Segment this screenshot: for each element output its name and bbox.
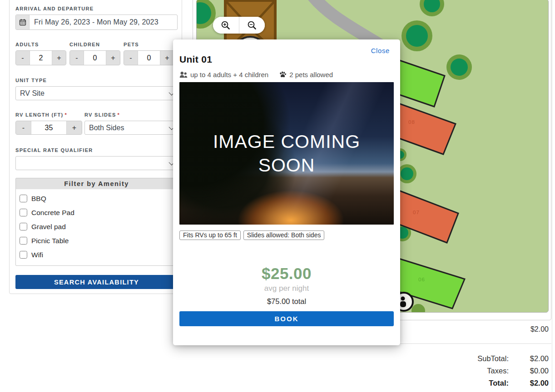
rv-slides-select[interactable]: Both Sides xyxy=(84,121,178,135)
unit-capacity-row: up to 4 adults + 4 children 2 pets allow… xyxy=(179,71,394,78)
children-stepper: - 0 + xyxy=(69,50,120,65)
map-zoom-controls xyxy=(213,17,265,34)
subtotal-label: SubTotal: xyxy=(477,354,509,363)
close-link[interactable]: Close xyxy=(368,46,392,55)
date-range-value: Fri May 26, 2023 - Mon May 29, 2023 xyxy=(30,15,159,29)
tree-icon xyxy=(411,304,425,312)
occupancy-steppers-row: ADULTS - 2 + CHILDREN - 0 + PETS - 0 + xyxy=(15,42,178,65)
adults-decrement-button[interactable]: - xyxy=(16,51,30,65)
magnifier-minus-icon xyxy=(247,20,257,30)
page-right-divider xyxy=(552,0,552,392)
rv-slides-value: Both Sides xyxy=(89,124,169,132)
children-value[interactable]: 0 xyxy=(84,51,106,65)
checkbox-unchecked-icon[interactable] xyxy=(20,251,27,259)
pets-item: 2 pets allowed xyxy=(279,71,333,78)
checkbox-unchecked-icon[interactable] xyxy=(20,237,27,245)
avg-night-price: $25.00 xyxy=(179,265,394,283)
rv-length-decrement-button[interactable]: - xyxy=(16,121,31,134)
pets-label: PETS xyxy=(124,42,174,47)
date-range-input[interactable]: Fri May 26, 2023 - Mon May 29, 2023 xyxy=(15,15,178,30)
image-coming-soon-text: IMAGE COMING SOON xyxy=(187,130,387,177)
amenity-label: Wifi xyxy=(31,251,43,259)
occupancy-text: up to 4 adults + 4 children xyxy=(190,71,268,78)
amenity-row-gravel-pad[interactable]: Gravel pad xyxy=(20,220,173,234)
subtotal-value: $2.00 xyxy=(509,354,549,363)
tree-icon xyxy=(397,164,416,183)
amenity-filter-box: Filter by Amenity BBQ Concrete Pad Grave… xyxy=(15,178,178,266)
taxes-value: $0.00 xyxy=(509,367,549,375)
adults-value[interactable]: 2 xyxy=(30,51,52,65)
children-decrement-button[interactable]: - xyxy=(70,51,84,65)
unit-detail-modal: Close Unit 01 up to 4 adults + 4 childre… xyxy=(173,39,400,345)
unit-tags-row: Fits RVs up to 65 ft Slides allowed: Bot… xyxy=(179,230,394,240)
pets-decrement-button[interactable]: - xyxy=(124,51,138,65)
special-rate-select[interactable] xyxy=(15,156,178,170)
rv-length-value[interactable]: 35 xyxy=(31,121,67,134)
zoom-in-button[interactable] xyxy=(213,17,239,34)
rv-fit-tag: Fits RVs up to 65 ft xyxy=(179,230,241,240)
paw-icon xyxy=(279,71,287,78)
checkbox-unchecked-icon[interactable] xyxy=(20,195,27,202)
amenity-row-wifi[interactable]: Wifi xyxy=(20,248,173,262)
amenity-label: BBQ xyxy=(31,195,46,203)
amenity-row-picnic-table[interactable]: Picnic Table xyxy=(20,234,173,248)
amenity-label: Concrete Pad xyxy=(31,209,74,217)
amenity-row-bbq[interactable]: BBQ xyxy=(20,191,173,206)
pets-increment-button[interactable]: + xyxy=(160,51,174,65)
price-block: $25.00 avg per night $75.00 total xyxy=(179,265,394,306)
amenity-filter-header: Filter by Amenity xyxy=(16,178,177,189)
book-button[interactable]: BOOK xyxy=(179,311,394,326)
tree-icon xyxy=(446,54,472,80)
unit-type-select[interactable]: RV Site xyxy=(15,86,178,100)
total-value: $2.00 xyxy=(509,379,549,387)
slides-allowed-tag: Slides allowed: Both sides xyxy=(243,230,325,240)
amenity-row-concrete-pad[interactable]: Concrete Pad xyxy=(20,206,173,220)
checkbox-unchecked-icon[interactable] xyxy=(20,209,27,216)
price-caption: avg per night xyxy=(179,284,394,293)
booking-filters-panel: ARRIVAL AND DEPARTURE Fri May 26, 2023 -… xyxy=(9,0,182,294)
amenity-label: Gravel pad xyxy=(31,223,66,231)
pets-text: 2 pets allowed xyxy=(289,71,333,78)
adults-label: ADULTS xyxy=(15,42,66,47)
rv-length-label: RV LENGTH (FT)* xyxy=(15,112,82,118)
rv-options-row: RV LENGTH (FT)* - 35 + RV SLIDES* Both S… xyxy=(15,112,178,135)
amenity-list: BBQ Concrete Pad Gravel pad Picnic Table… xyxy=(16,189,177,265)
unit-photo: IMAGE COMING SOON xyxy=(179,82,394,225)
cart-totals: SubTotal: $2.00 Taxes: $0.00 Total: $2.0… xyxy=(477,354,549,387)
adults-increment-button[interactable]: + xyxy=(52,51,66,65)
site-label: 06 xyxy=(418,277,425,282)
site-label: 07 xyxy=(413,210,420,215)
special-rate-label: SPECIAL RATE QUALIFIER xyxy=(15,147,178,153)
checkbox-unchecked-icon[interactable] xyxy=(20,223,27,230)
amenity-label: Picnic Table xyxy=(31,237,69,245)
unit-type-value: RV Site xyxy=(20,89,169,98)
site-label: 08 xyxy=(408,119,415,125)
total-price-text: $75.00 total xyxy=(179,297,394,306)
search-availability-button[interactable]: SEARCH AVAILABILITY xyxy=(15,275,178,289)
rv-length-stepper: - 35 + xyxy=(15,121,82,135)
adults-stepper: - 2 + xyxy=(15,50,66,65)
zoom-out-button[interactable] xyxy=(239,17,265,34)
required-asterisk: * xyxy=(118,112,120,118)
unit-title: Unit 01 xyxy=(179,39,394,65)
pets-value[interactable]: 0 xyxy=(138,51,160,65)
occupancy-item: up to 4 adults + 4 children xyxy=(179,71,268,78)
required-asterisk: * xyxy=(64,112,67,118)
people-icon xyxy=(179,71,188,78)
taxes-label: Taxes: xyxy=(477,367,509,375)
children-increment-button[interactable]: + xyxy=(106,51,120,65)
unit-type-label: UNIT TYPE xyxy=(15,78,178,83)
tree-icon xyxy=(420,0,444,16)
total-label: Total: xyxy=(477,379,509,387)
children-label: CHILDREN xyxy=(69,42,120,47)
pets-stepper: - 0 + xyxy=(124,50,174,65)
rv-length-increment-button[interactable]: + xyxy=(67,121,82,134)
cart-item-price: $2.00 xyxy=(530,325,549,333)
magnifier-plus-icon xyxy=(221,20,231,30)
rv-slides-label: RV SLIDES* xyxy=(84,112,178,118)
tree-icon xyxy=(401,20,432,51)
arrival-departure-label: ARRIVAL AND DEPARTURE xyxy=(15,6,178,11)
calendar-icon xyxy=(16,15,30,29)
